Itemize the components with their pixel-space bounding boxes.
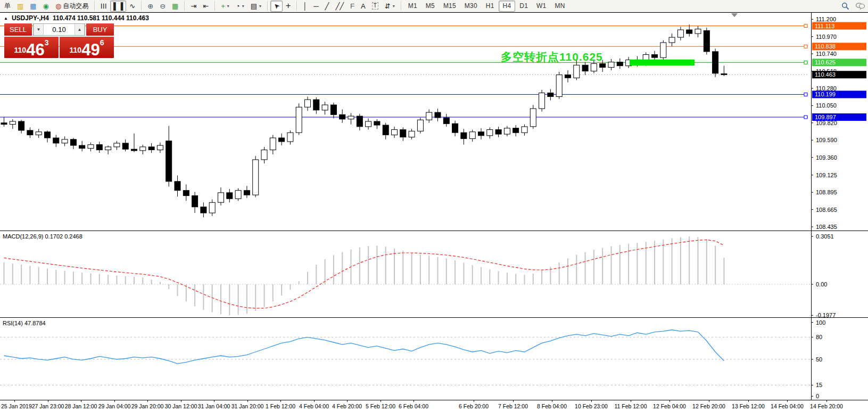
candle-body <box>62 139 68 143</box>
candle-body <box>357 116 362 127</box>
time-axis-label: 30 Jan 12:00 <box>165 403 197 409</box>
volume-input[interactable]: 0.10 <box>44 24 75 35</box>
timeframe-m30[interactable]: M30 <box>460 1 482 12</box>
toolbar-separator <box>94 1 95 11</box>
candle-body <box>495 130 501 135</box>
candle-body <box>409 131 415 137</box>
line-anchor-handle[interactable] <box>804 61 807 64</box>
rsi-tick-label: 80 <box>816 334 822 340</box>
time-axis-label: 29 Jan 04:00 <box>98 403 131 409</box>
symbol-label: USDJPY-,H4 <box>12 14 49 22</box>
terminal-button[interactable]: ◉ <box>40 1 52 12</box>
rsi-panel-canvas[interactable]: 1008050150RSI(14) 47.8784 <box>0 317 868 400</box>
crosshair-icon: + <box>286 2 291 10</box>
sell-button[interactable]: SELL <box>4 23 32 36</box>
text-label-button[interactable]: T <box>369 1 382 12</box>
zoom-out-button[interactable]: ⊖ <box>156 1 169 12</box>
time-axis-label: 5 Feb 12:00 <box>366 403 395 409</box>
buy-price-sup: 6 <box>100 38 104 47</box>
bar-chart-icon: ☰ <box>101 3 108 9</box>
line-anchor-handle[interactable] <box>804 93 807 96</box>
time-tick <box>414 400 414 402</box>
candle-body <box>582 65 588 71</box>
auto-scroll-button[interactable]: ⇥ <box>187 1 200 12</box>
timeframe-h1[interactable]: H1 <box>482 1 499 12</box>
trendline-button[interactable]: ╱ <box>322 1 333 12</box>
price-tick-label: 109.360 <box>816 154 837 161</box>
sell-price-box[interactable]: 110 46 3 <box>4 37 59 58</box>
arrows-button[interactable]: ⇵▾ <box>382 1 398 12</box>
timeframe-m5[interactable]: M5 <box>421 1 439 12</box>
tile-windows-button[interactable]: ▦ <box>169 1 181 12</box>
tile-windows-icon: ▦ <box>172 3 178 10</box>
time-tick <box>314 400 315 402</box>
price-tick-label: 110.280 <box>816 85 837 92</box>
autotrading-button-label: 自动交易 <box>63 2 88 11</box>
line-anchor-handle[interactable] <box>804 116 807 119</box>
buy-price-big: 49 <box>81 43 100 56</box>
candle-body <box>88 145 94 149</box>
chat-button[interactable] <box>853 1 868 12</box>
buy-price-box[interactable]: 110 49 6 <box>60 37 114 58</box>
timeframe-m1[interactable]: M1 <box>404 1 421 12</box>
new-order-button-label: 单 <box>4 2 11 11</box>
new-chart-button[interactable]: ▥ <box>14 1 27 12</box>
fibonacci-button[interactable]: F <box>347 1 358 12</box>
line-chart-icon: ∿ <box>129 3 135 10</box>
macd-panel-canvas[interactable]: 0.30510.00-0.1977MACD(12,26,9) 0.1702 0.… <box>0 231 868 317</box>
cursor-icon: ➤ <box>272 2 281 11</box>
line-anchor-handle[interactable] <box>804 24 807 28</box>
price-tick-label: 110.970 <box>816 34 837 40</box>
candlestick-chart-button[interactable]: ▌▐ <box>110 1 126 12</box>
candle-body <box>383 125 388 135</box>
timeframe-mn[interactable]: MN <box>550 1 569 12</box>
collapse-arrow-icon[interactable]: ▲ <box>4 16 8 21</box>
channel-button[interactable]: ╱╱ <box>332 1 347 12</box>
candle-body <box>443 118 449 124</box>
price-tick-label: 109.590 <box>816 137 837 143</box>
candle-body <box>340 114 345 119</box>
indicators-button[interactable]: +▾ <box>218 1 233 12</box>
price-chart-canvas[interactable]: 111.200110.970110.740110.510110.280110.0… <box>0 12 868 231</box>
templates-button[interactable]: ▤▾ <box>247 1 264 12</box>
horizontal-line-button[interactable]: ─ <box>310 1 321 12</box>
volume-up-button[interactable]: ▲ <box>75 24 85 35</box>
dropdown-caret-icon: ▾ <box>259 4 261 9</box>
periods-button[interactable]: ◔▾ <box>233 1 247 12</box>
cursor-button[interactable]: ➤ <box>270 1 283 12</box>
candle-body <box>218 193 224 202</box>
vertical-line-button[interactable]: │ <box>300 1 310 12</box>
autotrading-button[interactable]: ◍自动交易 <box>52 1 92 12</box>
pivot-highlight-rect[interactable] <box>630 60 695 65</box>
candle-body <box>296 107 302 133</box>
candle-body <box>148 147 154 150</box>
line-anchor-handle[interactable] <box>804 45 807 48</box>
time-tick <box>709 400 709 402</box>
timeframe-h4[interactable]: H4 <box>499 1 516 12</box>
candle-body <box>270 138 276 150</box>
new-order-button[interactable]: 单 <box>1 1 14 12</box>
time-axis-label: 10 Feb 23:00 <box>575 403 608 409</box>
toolbar: 单▥▦◉◍自动交易☰▌▐∿⊕⊖▦⇥⇤+▾◔▾▤▾➤+│─╱╱╱FAT⇵▾M1M5… <box>0 0 868 12</box>
timeframe-d1[interactable]: D1 <box>515 1 532 12</box>
volume-down-button[interactable]: ▼ <box>34 24 44 35</box>
candle-body <box>539 93 545 109</box>
buy-button[interactable]: BUY <box>86 23 114 36</box>
zoom-in-button[interactable]: ⊕ <box>144 1 156 12</box>
text-button[interactable]: A <box>358 1 369 12</box>
search-icon <box>841 2 849 10</box>
line-chart-button[interactable]: ∿ <box>126 1 138 12</box>
crosshair-button[interactable]: + <box>283 1 294 12</box>
candle-body <box>504 128 510 134</box>
timeframe-m15[interactable]: M15 <box>439 1 460 12</box>
candle-body <box>45 132 51 138</box>
bar-chart-button[interactable]: ☰ <box>97 1 110 12</box>
candle-body <box>487 130 493 136</box>
candle-body <box>574 65 580 78</box>
profiles-button[interactable]: ▦ <box>27 1 39 12</box>
search-button[interactable] <box>838 1 853 12</box>
sell-price-prefix: 110 <box>14 46 27 54</box>
time-tick <box>591 400 592 402</box>
timeframe-w1[interactable]: W1 <box>532 1 550 12</box>
chart-shift-button[interactable]: ⇤ <box>200 1 212 12</box>
